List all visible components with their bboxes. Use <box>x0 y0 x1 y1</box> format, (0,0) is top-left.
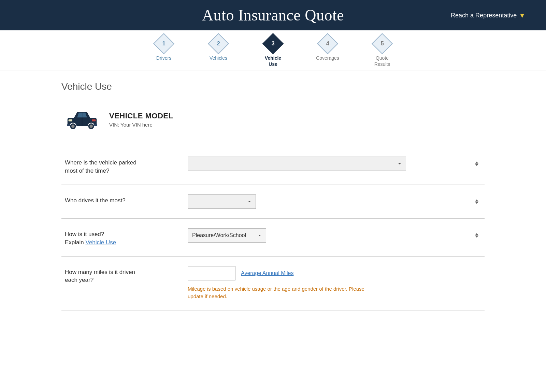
miles-controls: Average Annual Miles Mileage is based on… <box>188 266 481 301</box>
vehicle-model: VEHICLE MODEL <box>109 112 173 120</box>
arrow-down-icon <box>475 164 478 166</box>
miles-row: How many miles is it driveneach year? Av… <box>61 257 485 310</box>
usage-select[interactable]: Pleasure/Work/School Commute to Work Far… <box>188 228 266 243</box>
vehicle-info: VEHICLE MODEL VIN: Your VIN here <box>109 112 173 128</box>
usage-controls: Pleasure/Work/School Commute to Work Far… <box>188 228 481 243</box>
step-3-diamond: 3 <box>262 33 284 54</box>
main-content: Vehicle Use <box>34 71 512 320</box>
driver-arrows <box>475 199 478 204</box>
svg-rect-9 <box>94 125 97 126</box>
page-header: Auto Insurance Quote Reach a Representat… <box>0 0 546 30</box>
driver-select-wrapper <box>188 194 481 209</box>
usage-row: How is it used? Explain Vehicle Use Plea… <box>61 219 485 257</box>
step-1-diamond: 1 <box>153 33 174 54</box>
vehicle-vin: VIN: Your VIN here <box>109 122 173 128</box>
step-5-number: 5 <box>381 41 384 47</box>
vehicle-use-link[interactable]: Vehicle Use <box>85 239 116 246</box>
step-5-label: QuoteResults <box>374 55 390 67</box>
step-4-number: 4 <box>326 41 329 47</box>
step-3-number: 3 <box>272 41 275 47</box>
svg-rect-5 <box>68 119 72 121</box>
driver-arrow-down-icon <box>475 202 478 204</box>
svg-rect-6 <box>92 119 96 121</box>
section-title: Vehicle Use <box>61 81 485 92</box>
driver-row: Who drives it the most? <box>61 185 485 219</box>
step-2-label: Vehicles <box>210 55 227 61</box>
step-3-vehicle-use[interactable]: 3 VehicleUse <box>246 34 300 71</box>
step-2-diamond: 2 <box>208 33 229 54</box>
reach-rep-label: Reach a Representative <box>451 12 517 19</box>
driver-select[interactable] <box>188 194 256 209</box>
reach-representative-button[interactable]: Reach a Representative ▼ <box>451 11 526 19</box>
svg-point-2 <box>71 125 75 128</box>
usage-label: How is it used? Explain Vehicle Use <box>65 228 174 247</box>
miles-input[interactable] <box>188 266 235 280</box>
mileage-note: Mileage is based on vehicle usage or the… <box>188 285 427 301</box>
parking-arrows <box>475 162 478 166</box>
parking-row: Where is the vehicle parkedmost of the t… <box>61 147 485 185</box>
form-section: Where is the vehicle parkedmost of the t… <box>61 147 485 310</box>
step-2-vehicles[interactable]: 2 Vehicles <box>191 34 246 71</box>
driver-controls <box>188 194 481 209</box>
parking-label: Where is the vehicle parkedmost of the t… <box>65 157 174 175</box>
step-4-coverages[interactable]: 4 Coverages <box>300 34 355 71</box>
usage-arrows <box>475 233 478 237</box>
vehicle-card: VEHICLE MODEL VIN: Your VIN here <box>61 106 485 133</box>
parking-select[interactable] <box>188 157 406 171</box>
step-1-number: 1 <box>162 41 166 47</box>
svg-point-4 <box>89 125 93 128</box>
step-1-label: Drivers <box>156 55 171 61</box>
step-4-diamond: 4 <box>317 33 338 54</box>
parking-select-wrapper <box>188 157 481 171</box>
miles-input-row: Average Annual Miles <box>188 266 481 280</box>
car-icon <box>65 106 99 133</box>
chevron-down-icon: ▼ <box>519 11 526 19</box>
page-title: Auto Insurance Quote <box>202 6 344 24</box>
parking-controls <box>188 157 481 171</box>
step-4-label: Coverages <box>316 55 339 61</box>
step-5-quote-results[interactable]: 5 QuoteResults <box>355 34 410 71</box>
arrow-up-icon <box>475 162 478 164</box>
steps-bar: 1 Drivers 2 Vehicles 3 VehicleUse 4 Cove… <box>0 30 546 71</box>
average-annual-miles-link[interactable]: Average Annual Miles <box>241 270 293 276</box>
driver-label: Who drives it the most? <box>65 194 174 205</box>
usage-select-wrapper: Pleasure/Work/School Commute to Work Far… <box>188 228 481 243</box>
svg-rect-8 <box>67 125 70 126</box>
step-1-drivers[interactable]: 1 Drivers <box>136 34 191 71</box>
usage-arrow-down-icon <box>475 235 478 237</box>
miles-label: How many miles is it driveneach year? <box>65 266 174 285</box>
step-3-label: VehicleUse <box>265 55 281 67</box>
explain-prefix: Explain <box>65 239 85 246</box>
usage-arrow-up-icon <box>475 233 478 235</box>
step-2-number: 2 <box>217 41 220 47</box>
step-5-diamond: 5 <box>372 33 393 54</box>
driver-arrow-up-icon <box>475 199 478 201</box>
car-image <box>66 107 98 131</box>
